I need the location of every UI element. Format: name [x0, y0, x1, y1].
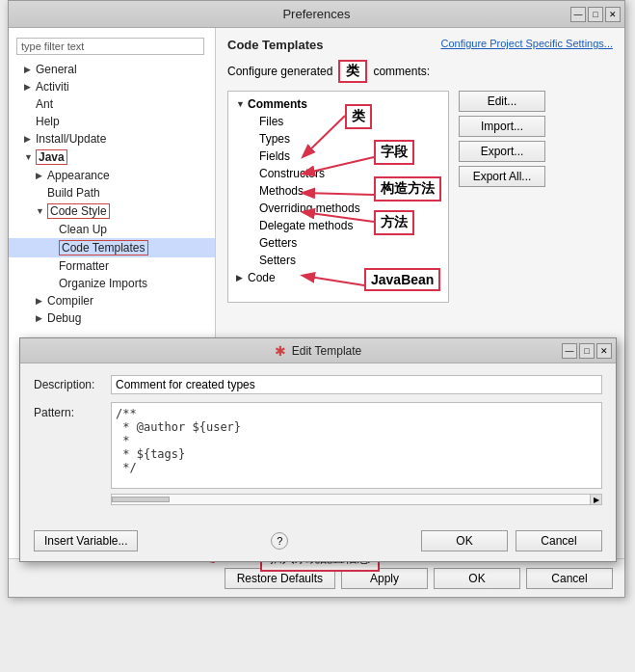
- expand-arrow: [36, 188, 47, 198]
- sidebar-item-label: Code Style: [47, 203, 110, 219]
- tp-label: Types: [259, 132, 290, 146]
- expand-arrow: [248, 238, 259, 248]
- dialog-ok-cancel: OK Cancel: [421, 530, 602, 551]
- minimize-button[interactable]: —: [570, 7, 586, 22]
- expand-arrow: [248, 186, 259, 196]
- export-all-button[interactable]: Export All...: [459, 166, 545, 187]
- expand-arrow: [248, 203, 259, 213]
- expand-arrow: ▶: [24, 82, 36, 92]
- sidebar-item-ant[interactable]: Ant: [9, 95, 215, 113]
- description-input[interactable]: [111, 375, 602, 394]
- sidebar-item-code-style[interactable]: ▼ Code Style: [9, 202, 215, 221]
- tp-constructors[interactable]: Constructors: [232, 165, 444, 182]
- tp-setters[interactable]: Setters: [232, 252, 444, 269]
- tp-label: Methods: [259, 184, 304, 198]
- tp-label: Code: [248, 271, 276, 284]
- sidebar-item-activiti[interactable]: ▶ Activiti: [9, 78, 215, 95]
- sidebar-item-label: Help: [36, 115, 60, 128]
- tp-fields[interactable]: Fields: [232, 148, 444, 165]
- apply-button[interactable]: Apply: [341, 568, 428, 589]
- maximize-button[interactable]: □: [588, 7, 603, 22]
- sidebar-item-label: Clean Up: [59, 223, 107, 236]
- insert-variable-section: Insert Variable...: [34, 530, 138, 551]
- insert-variable-button[interactable]: Insert Variable...: [34, 530, 138, 551]
- sidebar-item-label: Appearance: [47, 169, 110, 182]
- sidebar-item-label: Install/Update: [36, 132, 106, 146]
- expand-arrow: [248, 134, 259, 144]
- section-title: Code Templates: [227, 38, 323, 52]
- sidebar-item-clean-up[interactable]: Clean Up: [9, 221, 215, 238]
- ok-button[interactable]: OK: [434, 568, 520, 589]
- tp-label: Constructors: [259, 167, 325, 180]
- tp-overriding-methods[interactable]: Overriding methods: [232, 200, 444, 217]
- cancel-button[interactable]: Cancel: [526, 568, 613, 589]
- tp-methods[interactable]: Methods: [232, 182, 444, 200]
- expand-arrow: [47, 279, 59, 288]
- expand-arrow: [248, 169, 259, 178]
- sidebar-item-general[interactable]: ▶ General: [9, 61, 215, 78]
- comments-label: comments:: [373, 65, 430, 78]
- tp-getters[interactable]: Getters: [232, 234, 444, 252]
- sidebar-item-label: General: [36, 63, 77, 76]
- expand-arrow: [248, 117, 259, 126]
- sidebar-item-compiler[interactable]: ▶ Compiler: [9, 292, 215, 309]
- configure-row: Configure generated 类 comments:: [227, 60, 613, 83]
- tp-label: Comments: [248, 97, 307, 111]
- tp-label: Fields: [259, 149, 290, 163]
- sidebar-item-label: Code Templates: [59, 240, 148, 255]
- sidebar-item-code-templates[interactable]: Code Templates: [9, 238, 215, 257]
- configure-label: Configure generated: [227, 65, 332, 78]
- filter-input[interactable]: [16, 38, 204, 55]
- dialog-body: Description: Pattern: /** * @author ${us…: [20, 363, 616, 524]
- dialog-close-button[interactable]: ✕: [596, 343, 612, 359]
- tp-code[interactable]: ▶ Code: [232, 269, 444, 286]
- expand-arrow: ▶: [24, 134, 36, 144]
- sidebar-item-label: Ant: [36, 97, 53, 111]
- sidebar-item-java[interactable]: ▼ Java: [9, 148, 215, 167]
- dialog-help: ?: [271, 532, 288, 550]
- pattern-textarea[interactable]: /** * @author ${user} * * ${tags} */: [111, 402, 602, 489]
- sidebar-item-debug[interactable]: ▶ Debug: [9, 309, 215, 327]
- dialog-title-bar: ✱ Edit Template — □ ✕: [20, 338, 616, 363]
- sidebar-item-label: Debug: [47, 311, 81, 325]
- configure-project-link[interactable]: Configure Project Specific Settings...: [440, 38, 613, 49]
- tp-label: Delegate methods: [259, 219, 353, 232]
- description-label: Description:: [34, 378, 111, 391]
- sidebar-item-organize-imports[interactable]: Organize Imports: [9, 275, 215, 292]
- scrollbar[interactable]: ▶: [111, 494, 602, 505]
- expand-arrow: [248, 151, 259, 161]
- sidebar-item-help[interactable]: Help: [9, 113, 215, 130]
- expand-arrow: [24, 117, 36, 126]
- tp-delegate-methods[interactable]: Delegate methods: [232, 217, 444, 234]
- type-selector[interactable]: 类: [338, 60, 367, 83]
- help-icon[interactable]: ?: [271, 532, 288, 550]
- sidebar-item-appearance[interactable]: ▶ Appearance: [9, 167, 215, 184]
- sidebar-item-label: Build Path: [47, 186, 100, 200]
- expand-arrow: [47, 261, 59, 271]
- edit-button[interactable]: Edit...: [459, 91, 545, 112]
- tp-label: Getters: [259, 236, 297, 250]
- expand-arrow: ▶: [36, 296, 47, 306]
- dialog-minimize-button[interactable]: —: [562, 343, 577, 359]
- restore-defaults-button[interactable]: Restore Defaults: [225, 568, 335, 589]
- dialog-ok-button[interactable]: OK: [421, 530, 508, 551]
- template-layout: ▼ Comments Files Types Fields: [227, 91, 613, 303]
- tp-files[interactable]: Files: [232, 113, 444, 130]
- sidebar-item-install-update[interactable]: ▶ Install/Update: [9, 130, 215, 148]
- scroll-right-btn[interactable]: ▶: [590, 495, 601, 504]
- dialog-cancel-button[interactable]: Cancel: [516, 530, 602, 551]
- expand-arrow: [248, 221, 259, 230]
- close-button[interactable]: ✕: [605, 7, 621, 22]
- window-title: Preferences: [282, 7, 350, 21]
- tp-label: Overriding methods: [259, 202, 360, 215]
- export-button[interactable]: Export...: [459, 141, 545, 162]
- expand-arrow: ▼: [24, 152, 36, 162]
- dialog-maximize-button[interactable]: □: [579, 343, 595, 359]
- import-button[interactable]: Import...: [459, 116, 545, 137]
- sidebar-item-formatter[interactable]: Formatter: [9, 257, 215, 275]
- sidebar-item-label: Activiti: [36, 80, 69, 94]
- tp-comments[interactable]: ▼ Comments: [232, 95, 444, 113]
- tp-types[interactable]: Types: [232, 130, 444, 148]
- sidebar-item-build-path[interactable]: Build Path: [9, 184, 215, 202]
- dialog-title: Edit Template: [292, 344, 362, 358]
